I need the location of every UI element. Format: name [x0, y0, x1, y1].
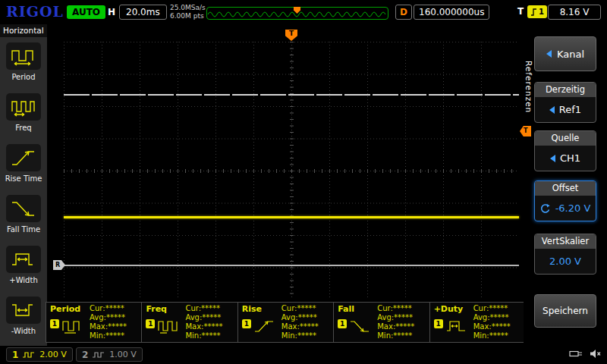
measurement-values: Cur:***** Avg:***** Max:***** Min:***** [185, 304, 222, 340]
measurement-panels: Period 1 Cur:***** Avg:***** Max:***** M… [46, 302, 526, 343]
trigger-source-number: 1 [539, 8, 544, 16]
sidebar-item-minus-width[interactable]: -Width [0, 291, 47, 342]
minus-width-icon [6, 297, 41, 324]
sidebar-item-label: Period [11, 73, 35, 81]
rigol-logo: RIGOL [6, 3, 64, 20]
meas-avg: Avg:***** [281, 313, 319, 322]
sidebar-item-label: +Width [9, 276, 37, 284]
meas-avg: Avg:***** [473, 313, 511, 322]
meas-min: Min:***** [185, 331, 222, 340]
quelle-group[interactable]: Quelle CH1 [534, 130, 596, 171]
timebase-value: 20.0ms [119, 5, 167, 20]
delay-value: 160.000000us [414, 5, 489, 20]
left-arrow-icon [549, 106, 555, 114]
quelle-value: CH1 [535, 146, 596, 171]
sidebar-title: Horizontal [0, 24, 47, 37]
meas-min: Min:***** [90, 331, 127, 340]
sample-rate: 25.0MSa/s [170, 4, 206, 12]
rising-edge-icon [530, 8, 537, 17]
measurement-panel-period[interactable]: Period 1 Cur:***** Avg:***** Max:***** M… [46, 302, 142, 343]
meas-max: Max:***** [281, 322, 319, 331]
quelle-value-text: CH1 [560, 152, 580, 164]
channel-badge: 1 [146, 319, 155, 328]
trigger-position-indicator: T [285, 30, 297, 41]
square-wave-icon [22, 351, 36, 359]
sidebar-item-label: Freq [15, 124, 31, 132]
horizontal-label: H [108, 7, 115, 17]
meas-cur: Cur:***** [185, 304, 222, 313]
channel-2-scale: 1.00 V [109, 350, 137, 359]
measurement-values: Cur:***** Avg:***** Max:***** Min:***** [281, 304, 319, 340]
menu-title-tab: Referenzen [524, 38, 533, 136]
right-menu: Referenzen Kanal Derzeitig Ref1 Quelle C… [524, 24, 607, 346]
measurement-name: Freq [146, 304, 167, 314]
meas-avg: Avg:***** [90, 313, 127, 322]
channel-badge: 1 [242, 319, 251, 328]
fall-meas-icon [350, 318, 371, 338]
measurement-name: Period [50, 304, 80, 314]
plus-duty-meas-icon [446, 318, 467, 338]
acquisition-info: 25.0MSa/s 6.00M pts [170, 4, 206, 20]
waveform-memory-preview [206, 7, 388, 20]
vertskalier-value-text: 2.00 V [549, 256, 581, 267]
vertskalier-value: 2.00 V [535, 249, 596, 274]
measurement-panel-freq[interactable]: Freq 1 Cur:***** Avg:***** Max:***** Min… [141, 302, 237, 343]
channel-1-number: 1 [12, 350, 18, 360]
sidebar-item-plus-width[interactable]: +Width [0, 240, 47, 291]
measurement-name: +Duty [434, 304, 464, 314]
speichern-button[interactable]: Speichern [534, 294, 596, 328]
sidebar-item-label: Fall Time [7, 225, 40, 234]
measurement-panel-duty[interactable]: +Duty 1 Cur:***** Avg:***** Max:***** Mi… [429, 302, 526, 343]
derzeitig-value-text: Ref1 [559, 104, 581, 115]
meas-min: Min:***** [377, 331, 414, 340]
left-sidebar: Horizontal Period Freq [0, 24, 47, 346]
meas-avg: Avg:***** [185, 313, 222, 322]
top-bar: RIGOL AUTO H 20.0ms 25.0MSa/s 6.00M pts … [0, 0, 607, 24]
measurement-name: Fall [338, 304, 354, 314]
vertskalier-label: VertSkalier [535, 234, 596, 249]
delay-label: D [395, 5, 412, 20]
trigger-source-badge: 1 [527, 5, 547, 18]
sidebar-item-rise-time[interactable]: Rise Time [0, 139, 47, 190]
trigger-label: T [517, 6, 524, 17]
offset-value-text: -6.20 V [555, 202, 591, 214]
sidebar-item-fall-time[interactable]: Fall Time [0, 190, 47, 240]
sidebar-item-label: -Width [11, 327, 36, 335]
freq-meas-icon [158, 318, 179, 338]
meas-cur: Cur:***** [473, 304, 511, 313]
channel-badge: 1 [434, 319, 443, 328]
measurement-panel-fall[interactable]: Fall 1 Cur:***** Avg:***** Max:***** Min… [333, 302, 429, 343]
speaker-muted-icon [590, 349, 601, 359]
meas-max: Max:***** [473, 322, 511, 331]
speichern-button-label: Speichern [543, 306, 588, 316]
kanal-button[interactable]: Kanal [534, 36, 596, 71]
fall-time-icon [6, 195, 41, 222]
vertskalier-group[interactable]: VertSkalier 2.00 V [534, 234, 596, 275]
kanal-button-label: Kanal [557, 49, 584, 60]
left-arrow-icon [546, 50, 552, 58]
measurement-values: Cur:***** Avg:***** Max:***** Min:***** [90, 304, 127, 340]
measurement-panel-rise[interactable]: Rise 1 Cur:***** Avg:***** Max:***** Min… [237, 302, 334, 343]
square-wave-icon [92, 351, 105, 359]
trace-ch1 [64, 216, 519, 218]
offset-group[interactable]: Offset -6.20 V [534, 180, 596, 221]
meas-max: Max:***** [90, 322, 127, 331]
sidebar-item-freq[interactable]: Freq [0, 88, 47, 139]
oscilloscope-screen: RIGOL AUTO H 20.0ms 25.0MSa/s 6.00M pts … [0, 0, 607, 364]
rise-time-icon [6, 144, 41, 171]
memory-depth: 6.00M pts [170, 12, 206, 20]
bottom-status-bar: 1 2.00 V 2 1.00 V [0, 346, 607, 364]
derzeitig-value: Ref1 [535, 97, 596, 122]
trace-ref-stored [64, 265, 519, 266]
freq-icon [6, 93, 41, 121]
meas-max: Max:***** [377, 322, 414, 331]
meas-cur: Cur:***** [281, 304, 319, 313]
channel-2-status: 2 1.00 V [76, 347, 143, 362]
plus-width-icon [6, 246, 41, 273]
status-icons [569, 349, 601, 359]
sidebar-item-period[interactable]: Period [0, 37, 47, 88]
derzeitig-group[interactable]: Derzeitig Ref1 [534, 82, 596, 123]
period-icon [6, 42, 41, 70]
meas-min: Min:***** [473, 331, 511, 340]
trace-ref-active [64, 94, 519, 96]
